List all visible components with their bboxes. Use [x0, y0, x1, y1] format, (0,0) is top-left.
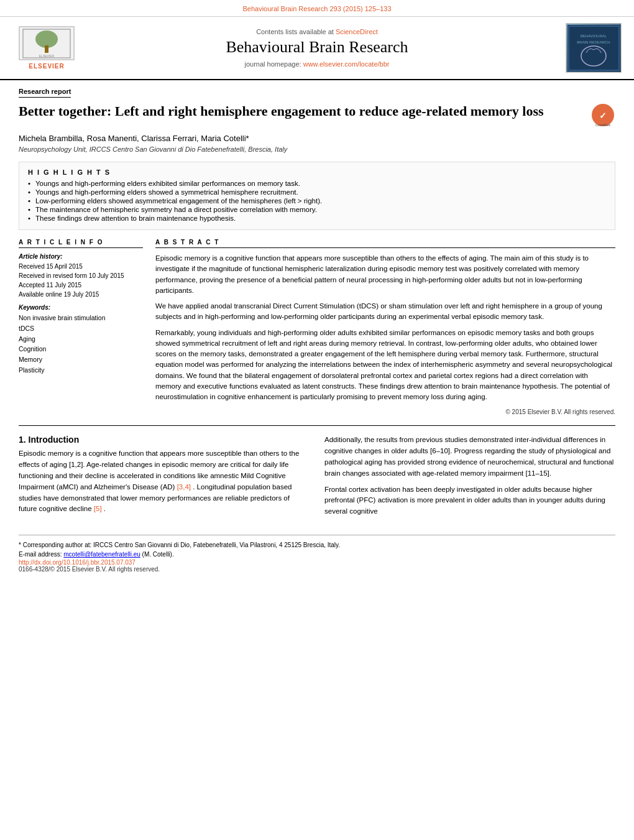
intro-body-text-right: Additionally, the results from previous …: [324, 435, 615, 517]
elsevier-image-box: ELSEVIER: [19, 26, 75, 60]
highlights-list: Youngs and high-performing elders exhibi…: [28, 180, 606, 222]
svg-text:ELSEVIER: ELSEVIER: [39, 54, 55, 58]
intro-col-right: Additionally, the results from previous …: [324, 435, 615, 522]
section-type-label: Research report: [19, 88, 71, 98]
highlight-item-5: These findings drew attention to brain m…: [28, 215, 606, 222]
email-label: E-mail address:: [19, 551, 62, 558]
journal-reference: Behavioural Brain Research 293 (2015) 12…: [242, 5, 391, 12]
highlight-item-2: Youngs and high-performing elders showed…: [28, 188, 606, 196]
homepage-label: journal homepage:: [245, 60, 303, 68]
intro-title: 1. Introduction: [19, 435, 310, 445]
abstract-col: A B S T R A C T Episodic memory is a cog…: [155, 239, 615, 417]
keyword-3: Aging: [19, 334, 143, 344]
journal-title: Behavioural Brain Research: [93, 38, 541, 57]
highlight-item-3: Low-performing elders showed asymmetrica…: [28, 197, 606, 205]
contents-line: Contents lists available at ScienceDirec…: [93, 28, 541, 35]
intro-para-1: Episodic memory is a cognitive function …: [19, 448, 310, 515]
abstract-para-3: Remarkably, young individuals and high-p…: [155, 328, 615, 403]
article-history-label: Article history:: [19, 253, 143, 260]
authors-line: Michela Brambilla, Rosa Manenti, Clariss…: [19, 134, 615, 143]
header-left: ELSEVIER ELSEVIER: [12, 26, 81, 70]
keyword-1: Non invasive brain stimulation: [19, 313, 143, 323]
email-link[interactable]: mcotelli@fatebenefratelli.eu: [63, 551, 140, 558]
crossmark-svg: ✓ CrossMark: [590, 103, 615, 127]
journal-cover-svg: BEHAVIOURAL BRAIN RESEARCH: [567, 25, 620, 72]
doi-line[interactable]: http://dx.doi.org/10.1016/j.bbr.2015.07.…: [19, 559, 615, 566]
article-title: Better together: Left and right hemisphe…: [19, 103, 590, 121]
issn-line: 0166-4328/© 2015 Elsevier B.V. All right…: [19, 566, 615, 573]
intro-heading-text: Introduction: [29, 435, 80, 445]
highlight-item-4: The maintenance of hemispheric symmetry …: [28, 206, 606, 213]
svg-text:BRAIN RESEARCH: BRAIN RESEARCH: [577, 40, 610, 44]
body-divider: [19, 425, 615, 426]
keyword-5: Memory: [19, 354, 143, 365]
affiliation-line: Neuropsychology Unit, IRCCS Centro San G…: [19, 145, 615, 153]
keyword-2: tDCS: [19, 323, 143, 334]
intro-body-text-left: Episodic memory is a cognitive function …: [19, 448, 310, 515]
journal-header: ELSEVIER ELSEVIER Contents lists availab…: [0, 17, 634, 80]
homepage-line: journal homepage: www.elsevier.com/locat…: [93, 60, 541, 68]
elsevier-brand-text: ELSEVIER: [29, 63, 64, 70]
available-date: Available online 19 July 2015: [19, 290, 143, 299]
header-center: Contents lists available at ScienceDirec…: [81, 28, 553, 68]
svg-rect-5: [567, 25, 620, 72]
received-date: Received 15 April 2015: [19, 262, 143, 271]
highlight-item-1: Youngs and high-performing elders exhibi…: [28, 180, 606, 187]
article-content: Research report Better together: Left an…: [0, 80, 634, 585]
intro-text-3: .: [104, 505, 106, 512]
keyword-6: Plasticity: [19, 365, 143, 376]
abstract-para-2: We have applied anodal transcranial Dire…: [155, 301, 615, 323]
elsevier-logo: ELSEVIER ELSEVIER: [12, 26, 81, 70]
keyword-4: Cognition: [19, 344, 143, 354]
highlights-section: H I G H L I G H T S Youngs and high-perf…: [19, 162, 615, 230]
article-info-col: A R T I C L E I N F O Article history: R…: [19, 239, 143, 417]
sciencedirect-link[interactable]: ScienceDirect: [336, 28, 378, 35]
corresponding-author: * Corresponding author at: IRCCS Centro …: [19, 540, 615, 550]
intro-right-para-1: Additionally, the results from previous …: [324, 435, 615, 479]
svg-text:✓: ✓: [599, 111, 607, 121]
intro-col-left: 1. Introduction Episodic memory is a cog…: [19, 435, 310, 522]
email-line: E-mail address: mcotelli@fatebenefratell…: [19, 550, 615, 559]
svg-text:CrossMark: CrossMark: [595, 123, 611, 127]
svg-rect-2: [45, 45, 48, 53]
page-wrapper: Behavioural Brain Research 293 (2015) 12…: [0, 0, 634, 840]
accepted-date: Accepted 11 July 2015: [19, 280, 143, 290]
keywords-list: Non invasive brain stimulation tDCS Agin…: [19, 313, 143, 376]
footnote-area: * Corresponding author at: IRCCS Centro …: [19, 535, 615, 573]
article-info-heading: A R T I C L E I N F O: [19, 239, 143, 248]
header-right: BEHAVIOURAL BRAIN RESEARCH: [553, 23, 622, 73]
abstract-heading: A B S T R A C T: [155, 239, 615, 248]
journal-thumbnail: BEHAVIOURAL BRAIN RESEARCH: [566, 23, 622, 73]
svg-text:BEHAVIOURAL: BEHAVIOURAL: [580, 34, 607, 38]
revised-date: Received in revised form 10 July 2015: [19, 271, 143, 280]
intro-number: 1.: [19, 435, 26, 445]
keywords-label: Keywords:: [19, 304, 143, 311]
copyright-line: © 2015 Elsevier B.V. All rights reserved…: [155, 407, 615, 417]
intro-right-para-2: Frontal cortex activation has been deepl…: [324, 484, 615, 517]
abstract-para-1: Episodic memory is a cognitive function …: [155, 253, 615, 296]
email-note: (M. Cotelli).: [142, 551, 174, 558]
top-bar: Behavioural Brain Research 293 (2015) 12…: [0, 0, 634, 17]
article-title-row: Better together: Left and right hemisphe…: [19, 103, 615, 127]
ref-link-5[interactable]: [5]: [94, 505, 102, 512]
introduction-section: 1. Introduction Episodic memory is a cog…: [19, 435, 615, 522]
article-dates: Received 15 April 2015 Received in revis…: [19, 262, 143, 299]
elsevier-logo-svg: ELSEVIER: [22, 28, 71, 59]
svg-point-1: [35, 30, 58, 48]
info-abstract-row: A R T I C L E I N F O Article history: R…: [19, 239, 615, 417]
contents-label: Contents lists available at: [256, 28, 336, 35]
crossmark-icon[interactable]: ✓ CrossMark: [590, 103, 615, 127]
highlights-heading: H I G H L I G H T S: [28, 168, 606, 176]
abstract-text: Episodic memory is a cognitive function …: [155, 253, 615, 417]
homepage-link[interactable]: www.elsevier.com/locate/bbr: [303, 60, 390, 68]
ref-link-3-4[interactable]: [3,4]: [177, 483, 191, 491]
